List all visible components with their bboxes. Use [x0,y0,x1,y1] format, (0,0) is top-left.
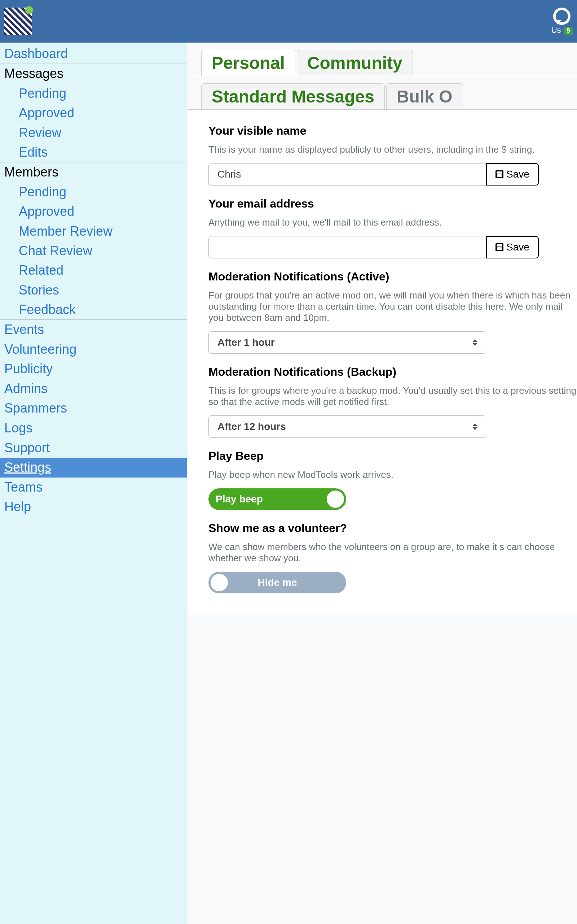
select-caret-icon [472,339,477,346]
email-save-button[interactable]: Save [486,236,539,258]
tab-community[interactable]: Community [297,50,413,76]
header-us-badge: 9 [564,27,573,35]
sidebar-item-stories[interactable]: Stories [0,281,187,300]
sidebar-group-members: Members [0,162,187,182]
volunteer-title: Show me as a volunteer? [208,522,577,535]
mod-active-value: After 1 hour [218,337,275,348]
volunteer-desc: We can show members who the volunteers o… [208,541,577,564]
volunteer-toggle-label: Hide me [258,577,297,588]
sidebar-item-messages-review[interactable]: Review [0,123,187,142]
sidebar-item-messages-pending[interactable]: Pending [0,84,187,103]
sidebar-item-dashboard[interactable]: Dashboard [0,44,187,64]
email-input[interactable] [208,236,486,258]
tab-personal[interactable]: Personal [201,50,295,76]
sidebar-item-chat-review[interactable]: Chat Review [0,241,187,261]
mod-backup-desc: This is for groups where you're a backup… [208,385,577,407]
play-beep-toggle[interactable]: Play beep [208,488,346,510]
sidebar-item-volunteering[interactable]: Volunteering [0,340,187,359]
tabs-row-2: Standard Messages Bulk O [187,76,577,109]
sidebar-item-member-review[interactable]: Member Review [0,221,187,241]
mod-active-select[interactable]: After 1 hour [208,331,486,354]
settings-panel: Your visible name This is your name as d… [187,109,577,615]
sidebar-item-members-approved[interactable]: Approved [0,202,187,221]
mod-active-title: Moderation Notifications (Active) [208,270,577,283]
visible-name-desc: This is your name as displayed publicly … [208,144,577,155]
sidebar-item-help[interactable]: Help [0,497,187,517]
tabs-row-1: Personal Community [187,43,577,76]
sidebar-item-feedback[interactable]: Feedback [0,300,187,320]
sidebar-item-related[interactable]: Related [0,261,187,280]
header-chat[interactable]: Us 9 [551,8,573,35]
email-desc: Anything we mail to you, we'll mail to t… [208,217,577,228]
save-icon [495,170,503,178]
mod-backup-title: Moderation Notifications (Backup) [208,365,577,379]
tab-standard-messages[interactable]: Standard Messages [201,83,385,109]
chat-icon [553,8,571,25]
sidebar-item-logs[interactable]: Logs [0,418,187,438]
sidebar-item-spammers[interactable]: Spammers [0,399,187,418]
visible-name-title: Your visible name [208,124,577,137]
header-us-label: Us [551,26,561,35]
volunteer-toggle[interactable]: Hide me [208,572,346,593]
app-header: Us 9 [0,0,577,43]
logo-wrap[interactable] [4,8,32,35]
sidebar: Dashboard Messages Pending Approved Revi… [0,43,187,924]
main-content: Personal Community Standard Messages Bul… [187,43,577,924]
tab-bulk-ops[interactable]: Bulk O [386,83,463,109]
sidebar-item-support[interactable]: Support [0,438,187,458]
beep-title: Play Beep [208,449,577,463]
sidebar-group-messages: Messages [0,64,187,83]
visible-name-save-button[interactable]: Save [486,163,539,186]
sidebar-item-messages-edits[interactable]: Edits [0,142,187,162]
mod-backup-value: After 12 hours [218,421,286,432]
sidebar-item-settings[interactable]: Settings [0,458,187,477]
toggle-knob [327,491,344,508]
toggle-knob [211,574,228,591]
mod-backup-select[interactable]: After 12 hours [208,415,486,438]
beep-desc: Play beep when new ModTools work arrives… [208,469,577,480]
save-icon [495,243,503,251]
sidebar-item-messages-approved[interactable]: Approved [0,103,187,123]
save-label: Save [506,241,529,253]
mod-active-desc: For groups that you're an active mod on,… [208,290,577,323]
save-label: Save [506,168,529,180]
status-online-icon [25,6,33,14]
sidebar-item-members-pending[interactable]: Pending [0,182,187,202]
sidebar-item-publicity[interactable]: Publicity [0,359,187,379]
sidebar-item-events[interactable]: Events [0,320,187,339]
sidebar-item-admins[interactable]: Admins [0,379,187,399]
select-caret-icon [472,423,477,430]
sidebar-item-teams[interactable]: Teams [0,478,187,497]
visible-name-input[interactable] [208,163,486,186]
email-title: Your email address [208,197,577,210]
play-beep-label: Play beep [216,493,263,505]
